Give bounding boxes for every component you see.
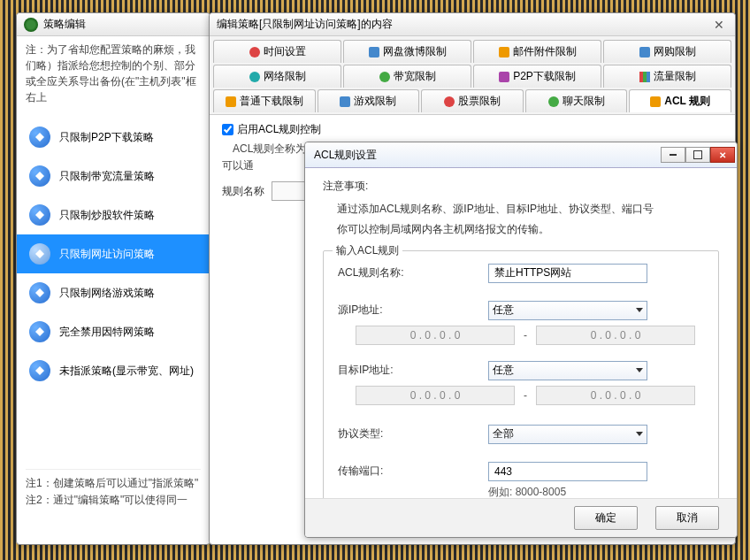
close-icon[interactable]: ✕	[710, 18, 728, 32]
policy-item-label: 只限制炒股软件策略	[59, 208, 155, 223]
tab-label: ACL 规则	[664, 94, 710, 109]
ip-range-dash: -	[524, 389, 527, 402]
enable-acl-checkbox[interactable]: 启用ACL规则控制	[222, 122, 723, 137]
tab-邮件附件限制[interactable]: 邮件附件限制	[473, 40, 601, 63]
policy-item-label: 未指派策略(显示带宽、网址)	[59, 364, 194, 379]
tab-网络限制[interactable]: 网络限制	[213, 65, 341, 88]
policy-item[interactable]: 完全禁用因特网策略	[17, 312, 210, 351]
tab-label: 流量限制	[654, 69, 696, 84]
footnote-1: 注1：创建策略后可以通过"指派策略"	[26, 475, 201, 492]
policy-item[interactable]: 只限制P2P下载策略	[17, 118, 210, 157]
right-title: 编辑策略[只限制网址访问策略]的内容	[217, 17, 393, 32]
tab-label: 聊天限制	[562, 94, 605, 109]
policy-item[interactable]: 只限制炒股软件策略	[17, 196, 210, 234]
tab-ACL 规则[interactable]: ACL 规则	[629, 89, 731, 112]
tab-label: 网络限制	[264, 69, 306, 84]
left-note: 注：为了省却您配置策略的麻烦，我们略）指派给您想控制的个别、部分或全应关系导出备…	[17, 36, 210, 111]
policy-item-label: 只限制P2P下载策略	[59, 130, 154, 145]
enable-acl-input[interactable]	[222, 124, 233, 135]
tab-icon	[369, 47, 379, 58]
rule-name-label: 规则名称	[222, 184, 264, 199]
rule-name-input[interactable]	[488, 264, 647, 283]
notice-line-1: 通过添加ACL规则名称、源IP地址、目标IP地址、协议类型、端口号	[337, 199, 719, 219]
tab-label: 邮件附件限制	[513, 44, 577, 59]
tab-icon	[499, 72, 509, 82]
left-footnote: 注1：创建策略后可以通过"指派策略" 注2：通过"编辑策略"可以使得同一	[26, 469, 201, 509]
policy-list: 只限制P2P下载策略只限制带宽流量策略只限制炒股软件策略只限制网址访问策略只限制…	[17, 111, 210, 397]
policy-icon	[29, 282, 50, 303]
chevron-down-icon	[636, 308, 643, 312]
tab-icon	[249, 72, 260, 82]
src-ip-from[interactable]: 0 . 0 . 0 . 0	[356, 326, 515, 345]
tabstrip: 时间设置网盘微博限制邮件附件限制网购限制 网络限制带宽限制P2P下载限制流量限制…	[210, 36, 735, 115]
tab-聊天限制[interactable]: 聊天限制	[525, 89, 628, 112]
footnote-2: 注2：通过"编辑策略"可以使得同一	[26, 492, 201, 509]
port-input[interactable]	[488, 462, 647, 481]
src-ip-select[interactable]: 任意	[488, 301, 647, 320]
dst-ip-to[interactable]: 0 . 0 . 0 . 0	[536, 386, 695, 405]
policy-item[interactable]: 只限制网络游戏策略	[17, 273, 210, 312]
tab-icon	[340, 96, 350, 107]
tab-网购限制[interactable]: 网购限制	[603, 40, 731, 63]
fieldset-legend: 输入ACL规则	[333, 243, 402, 258]
tab-icon	[548, 96, 559, 107]
chevron-down-icon	[636, 432, 643, 436]
ip-range-dash: -	[524, 329, 527, 341]
tab-icon	[444, 96, 455, 107]
tab-label: P2P下载限制	[513, 69, 576, 84]
tab-普通下载限制[interactable]: 普通下载限制	[213, 89, 316, 112]
minimize-icon[interactable]	[661, 147, 685, 163]
tab-游戏限制[interactable]: 游戏限制	[318, 89, 420, 112]
tab-icon	[639, 72, 650, 82]
left-title: 策略编辑	[43, 17, 86, 32]
proto-select[interactable]: 全部	[488, 425, 647, 444]
policy-icon	[29, 127, 50, 148]
tab-icon	[650, 96, 661, 107]
policy-item-label: 只限制网络游戏策略	[59, 286, 155, 301]
tab-icon	[226, 96, 236, 107]
tab-icon	[249, 47, 260, 58]
policy-item-label: 完全禁用因特网策略	[59, 325, 155, 340]
policy-icon	[29, 204, 50, 226]
tab-时间设置[interactable]: 时间设置	[213, 40, 341, 63]
window-controls: ✕	[661, 147, 735, 163]
proto-label: 协议类型:	[338, 426, 488, 441]
tab-带宽限制[interactable]: 带宽限制	[343, 65, 471, 88]
tab-股票限制[interactable]: 股票限制	[421, 89, 524, 112]
notice-heading: 注意事项:	[323, 179, 719, 194]
tab-流量限制[interactable]: 流量限制	[603, 65, 731, 88]
tab-label: 时间设置	[264, 44, 306, 59]
tab-P2P下载限制[interactable]: P2P下载限制	[473, 65, 601, 88]
src-ip-label: 源IP地址:	[338, 303, 488, 318]
close-icon[interactable]: ✕	[710, 147, 735, 163]
right-titlebar: 编辑策略[只限制网址访问策略]的内容 ✕	[210, 13, 735, 36]
notice-line-2: 你可以控制局域网内各主机网络报文的传输。	[337, 219, 719, 240]
rule-name-label: ACL规则名称:	[338, 265, 488, 280]
maximize-icon[interactable]	[685, 147, 710, 163]
dialog-cancel-button[interactable]: 取消	[655, 506, 719, 530]
tab-icon	[499, 47, 509, 58]
policy-item-label: 只限制带宽流量策略	[59, 169, 155, 184]
dialog-ok-button[interactable]: 确定	[574, 506, 638, 530]
acl-input-fieldset: 输入ACL规则 ACL规则名称: 源IP地址: 任意 0 . 0 . 0 . 0…	[323, 250, 719, 515]
src-ip-to[interactable]: 0 . 0 . 0 . 0	[536, 326, 695, 345]
policy-edit-window: 策略编辑 注：为了省却您配置策略的麻烦，我们略）指派给您想控制的个别、部分或全应…	[16, 12, 210, 545]
acl-rule-dialog: ACL规则设置 ✕ 注意事项: 通过添加ACL规则名称、源IP地址、目标IP地址…	[304, 142, 738, 538]
dst-ip-select[interactable]: 任意	[488, 361, 647, 380]
left-titlebar: 策略编辑	[17, 13, 210, 36]
enable-acl-label: 启用ACL规则控制	[237, 122, 321, 137]
policy-item[interactable]: 只限制网址访问策略	[17, 234, 210, 273]
policy-icon	[29, 243, 50, 265]
dialog-body: 注意事项: 通过添加ACL规则名称、源IP地址、目标IP地址、协议类型、端口号 …	[305, 168, 737, 525]
tab-网盘微博限制[interactable]: 网盘微博限制	[343, 40, 471, 63]
dialog-title: ACL规则设置	[314, 148, 377, 163]
dst-ip-label: 目标IP地址:	[338, 363, 488, 378]
policy-item[interactable]: 未指派策略(显示带宽、网址)	[17, 351, 210, 390]
dst-ip-from[interactable]: 0 . 0 . 0 . 0	[356, 386, 515, 405]
tab-label: 网盘微博限制	[383, 44, 447, 59]
tab-label: 普通下载限制	[240, 94, 303, 109]
policy-icon	[29, 360, 50, 381]
tab-label: 带宽限制	[394, 69, 436, 84]
policy-item-label: 只限制网址访问策略	[59, 247, 155, 262]
policy-item[interactable]: 只限制带宽流量策略	[17, 157, 210, 196]
